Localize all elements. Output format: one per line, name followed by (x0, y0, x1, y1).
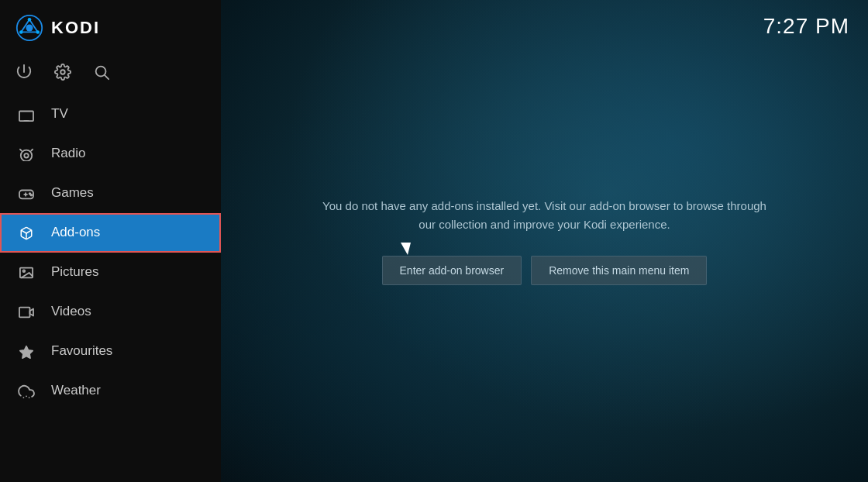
svg-point-6 (60, 70, 65, 74)
svg-point-13 (24, 154, 28, 158)
search-button[interactable] (93, 62, 110, 81)
sidebar-item-pictures[interactable]: Pictures (0, 253, 221, 292)
pictures-icon (16, 263, 37, 281)
videos-icon (16, 303, 37, 321)
svg-line-14 (20, 150, 22, 151)
svg-line-8 (105, 75, 108, 79)
sidebar: KODI (0, 0, 221, 482)
sidebar-item-videos[interactable]: Videos (0, 292, 221, 332)
sidebar-item-videos-label: Videos (51, 304, 91, 319)
sidebar-item-radio-label: Radio (51, 146, 85, 161)
svg-marker-25 (30, 309, 34, 316)
app-title: KODI (51, 18, 100, 38)
sidebar-item-games-label: Games (51, 185, 94, 201)
svg-point-12 (21, 150, 32, 161)
svg-marker-26 (20, 346, 33, 359)
sidebar-item-tv[interactable]: TV (0, 95, 221, 134)
main-nav: TV Radio (0, 95, 221, 482)
svg-rect-9 (19, 112, 33, 122)
svg-point-20 (30, 195, 32, 196)
svg-rect-24 (19, 308, 30, 318)
content-area: You do not have any add-ons installed ye… (305, 181, 785, 301)
power-button[interactable] (16, 62, 33, 81)
sidebar-item-games[interactable]: Games (0, 174, 221, 213)
svg-point-4 (36, 30, 40, 34)
svg-line-15 (31, 150, 33, 151)
tv-icon (16, 105, 37, 123)
sidebar-item-favourites[interactable]: Favourites (0, 332, 221, 371)
games-icon (16, 184, 37, 202)
settings-button[interactable] (54, 62, 71, 81)
sidebar-item-addons-label: Add-ons (51, 225, 100, 240)
action-buttons: Enter add-on browser Remove this main me… (382, 256, 708, 285)
svg-point-5 (19, 30, 23, 34)
info-message: You do not have any add-ons installed ye… (320, 197, 770, 234)
main-content: 7:27 PM You do not have any add-ons inst… (221, 0, 868, 482)
sidebar-header: KODI (0, 0, 221, 56)
svg-rect-22 (20, 268, 33, 278)
remove-menu-item-button[interactable]: Remove this main menu item (531, 256, 707, 285)
time-display: 7:27 PM (763, 14, 849, 39)
radio-icon (16, 145, 37, 163)
sidebar-item-pictures-label: Pictures (51, 264, 98, 280)
sidebar-item-addons[interactable]: Add-ons (0, 213, 221, 253)
sidebar-item-tv-label: TV (51, 106, 68, 122)
weather-icon (16, 382, 37, 400)
svg-point-2 (26, 25, 33, 32)
sidebar-icon-bar (0, 56, 221, 95)
svg-point-3 (28, 18, 32, 22)
sidebar-item-radio[interactable]: Radio (0, 134, 221, 174)
kodi-logo-icon (16, 14, 43, 42)
sidebar-item-favourites-label: Favourites (51, 343, 112, 359)
enter-addon-browser-button[interactable]: Enter add-on browser (382, 256, 522, 285)
sidebar-item-weather[interactable]: Weather (0, 371, 221, 411)
favourites-icon (16, 343, 37, 360)
sidebar-item-weather-label: Weather (51, 383, 101, 398)
addons-icon (16, 224, 37, 242)
svg-point-23 (23, 270, 26, 273)
